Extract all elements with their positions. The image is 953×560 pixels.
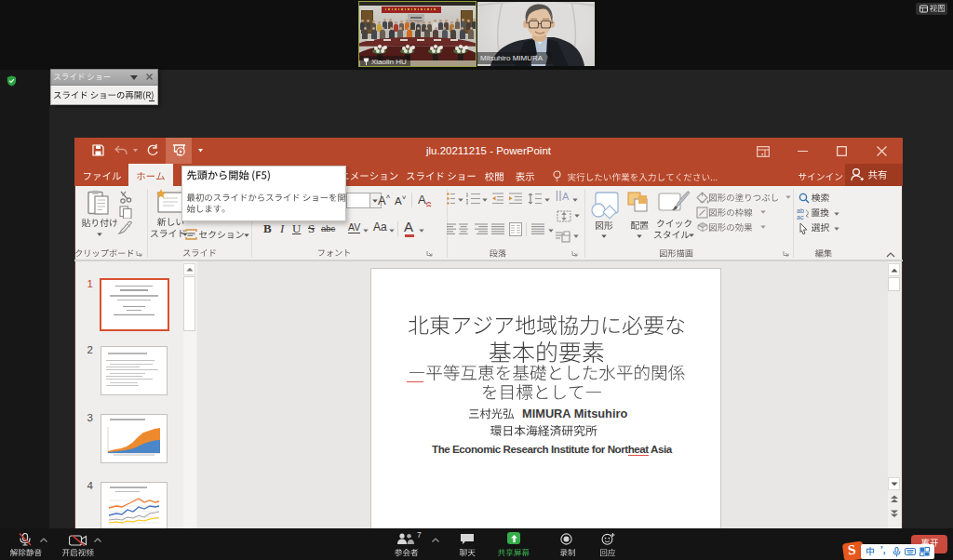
svg-text:A: A (562, 191, 570, 202)
svg-text:ac: ac (797, 214, 804, 220)
svg-text:A: A (418, 193, 426, 207)
svg-text:ab: ab (797, 207, 804, 214)
